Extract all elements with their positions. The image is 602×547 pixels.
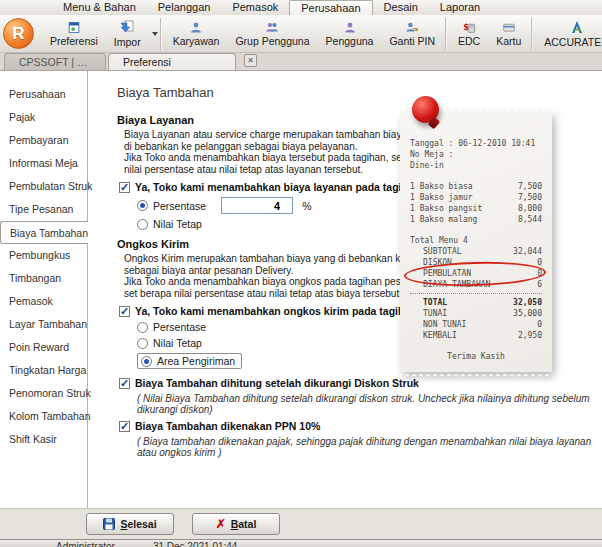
percent-input[interactable] [221, 197, 293, 214]
receipt-summary-row-biaya-tambahan: BIAYA TAMBAHAN6 [410, 279, 542, 290]
receipt-item-row: 1 Bakso biasa7,500 [410, 181, 542, 192]
menu-item-pemasok[interactable]: Pemasok [221, 0, 289, 15]
radio-label: Persentase [153, 321, 206, 333]
radio-persentase-layanan[interactable] [137, 200, 148, 211]
radio-label: Persentase [153, 200, 206, 212]
sidebar-item-shift-kasir[interactable]: Shift Kasir [0, 428, 87, 451]
page-title: Biaya Tambahan [117, 85, 602, 100]
receipt-paper: Tanggal : 06-12-2010 10:41 No Meja : Din… [400, 112, 552, 372]
sidebar-item-poin-reward[interactable]: Poin Reward [0, 336, 87, 359]
receipt-item-row: 1 Bakso pangsit8,000 [410, 203, 542, 214]
checkbox-label: Biaya Tambahan dihitung setelah dikurang… [135, 377, 419, 389]
radio-persentase-ongkos[interactable] [137, 322, 148, 333]
receipt-summary: Total Menu 4 SUBTOTAL32,044 DISKON0 PEMB… [410, 235, 542, 290]
selesai-button[interactable]: Selesai [86, 513, 174, 535]
karyawan-button[interactable]: Karyawan [165, 18, 228, 50]
receipt-table-line: No Meja : [410, 149, 542, 160]
receipt-preview: Tanggal : 06-12-2010 10:41 No Meja : Din… [400, 108, 552, 376]
status-user: Administrator [56, 540, 115, 547]
toolbar-button-label: Grup Pengguna [235, 35, 309, 47]
edc-button[interactable]: $ EDC [450, 18, 488, 50]
checkbox-note: ( Biaya tambahan dikenakan pajak, sehing… [137, 436, 602, 458]
dropdown-arrow-icon[interactable] [152, 32, 158, 36]
checkbox-diskon-struk[interactable] [119, 378, 130, 389]
receipt-total-row: TOTAL32,050 [410, 297, 542, 308]
close-icon[interactable] [244, 54, 257, 67]
checkbox-ppn[interactable] [119, 421, 130, 432]
app-logo: R [3, 18, 34, 49]
app-window: Menu & Bahan Pelanggan Pemasok Perusahaa… [0, 0, 602, 547]
grup-pengguna-button[interactable]: Grup Pengguna [227, 18, 317, 50]
tab-cpssoft-kemudahan[interactable]: CPSSOFT | Kemudahan ... [4, 53, 106, 70]
sidebar-item-penomoran-struk[interactable]: Penomoran Struk [0, 382, 87, 405]
receipt-date-line: Tanggal : 06-12-2010 10:41 [410, 138, 542, 149]
sidebar-item-layar-tambahan[interactable]: Layar Tambahan [0, 313, 87, 336]
sidebar-item-pembayaran[interactable]: Pembayaran [0, 129, 87, 152]
sidebar-item-timbangan[interactable]: Timbangan [0, 267, 87, 290]
import-icon [119, 19, 135, 35]
radio-nilai-tetap-ongkos[interactable] [137, 338, 148, 349]
pushpin-icon [412, 96, 439, 123]
pengguna-button[interactable]: Pengguna [318, 18, 382, 50]
tab-preferensi[interactable]: Preferensi [108, 53, 236, 70]
accurate-icon [569, 19, 585, 35]
status-bar: Administrator 31 Dec 2021 01:44 [0, 539, 602, 547]
receipt-summary-row: DISKON0 [410, 257, 542, 268]
toolbar-button-label: Impor [114, 36, 141, 48]
card-icon [501, 21, 517, 34]
receipt-total-row: TUNAI35,000 [410, 308, 542, 319]
accurate-button[interactable]: ACCURATE 4 [536, 16, 602, 51]
checkbox-ongkos-kirim[interactable] [119, 306, 130, 317]
receipt-item-row: 1 Bakso jamur7,500 [410, 192, 542, 203]
sidebar-item-kolom-tambahan[interactable]: Kolom Tambahan [0, 405, 87, 428]
menu-item-pelanggan[interactable]: Pelanggan [147, 0, 222, 15]
menu-bar: Menu & Bahan Pelanggan Pemasok Perusahaa… [0, 0, 602, 15]
receipt-divider [410, 293, 542, 294]
menu-item-desain[interactable]: Desain [373, 0, 429, 15]
sidebar-item-biaya-tambahan[interactable]: Biaya Tambahan [0, 221, 89, 244]
toolbar-group-users: Karyawan Grup Pengguna Pengguna Ganti PI… [163, 18, 446, 50]
radio-area-pengiriman-focus[interactable]: Area Pengiriman [137, 353, 242, 369]
toolbar-button-label: Karyawan [173, 35, 220, 47]
preferensi-button[interactable]: Preferensi [42, 18, 106, 50]
menu-item-laporan[interactable]: Laporan [429, 0, 491, 15]
impor-button[interactable]: Impor [106, 16, 149, 51]
receipt-total-row: NON TUNAI0 [410, 319, 542, 330]
save-icon [103, 518, 115, 530]
sidebar-item-perusahaan[interactable]: Perusahaan [0, 83, 87, 106]
menu-item-perusahaan[interactable]: Perusahaan [289, 0, 372, 15]
receipt-summary-row: SUBTOTAL32,044 [410, 246, 542, 257]
sidebar-item-informasi-meja[interactable]: Informasi Meja [0, 152, 87, 175]
checkbox-note: ( Nilai Biaya Tambahan dihitung setelah … [137, 393, 602, 415]
sidebar-item-tipe-pesanan[interactable]: Tipe Pesanan [0, 198, 87, 221]
receipt-total-menu: Total Menu 4 [410, 235, 542, 246]
tab-bar: CPSSOFT | Kemudahan ... Preferensi [0, 53, 602, 71]
sidebar-item-tingkatan-harga[interactable]: Tingkatan Harga [0, 359, 87, 382]
sidebar-item-pemasok[interactable]: Pemasok [0, 290, 87, 313]
menu-item-menu-bahan[interactable]: Menu & Bahan [52, 0, 147, 15]
radio-label: Nilai Tetap [153, 218, 202, 230]
batal-button[interactable]: ✗ Batal [192, 513, 280, 535]
checkbox-biaya-layanan[interactable] [119, 182, 130, 193]
ganti-pin-button[interactable]: Ganti PIN [381, 18, 443, 50]
receipt-torn-edge-bottom [400, 371, 552, 376]
button-strip: Selesai ✗ Batal [0, 508, 602, 539]
sidebar-item-pembulatan-struk[interactable]: Pembulatan Struk [0, 175, 87, 198]
radio-nilai-tetap-layanan[interactable] [137, 219, 148, 230]
sidebar: Perusahaan Pajak Pembayaran Informasi Me… [0, 71, 88, 508]
content-panel: Perusahaan Pajak Pembayaran Informasi Me… [0, 71, 602, 508]
user-group-icon [264, 21, 280, 34]
toolbar-button-label: EDC [458, 35, 480, 47]
receipt-summary-row: PEMBULATAN0 [410, 268, 542, 279]
kartu-button[interactable]: Kartu [488, 18, 529, 50]
preferences-window-icon [66, 21, 82, 34]
sidebar-item-pajak[interactable]: Pajak [0, 106, 87, 129]
sidebar-item-pembungkus[interactable]: Pembungkus [0, 244, 87, 267]
radio-label: Area Pengiriman [157, 355, 235, 367]
checkbox-label: Ya, Toko kami menambahkan biaya layanan … [135, 181, 420, 193]
toolbar-group-payment: $ EDC Kartu [448, 18, 532, 50]
checkbox-label: Biaya Tambahan dikenakan PPN 10% [135, 420, 320, 432]
radio-area-pengiriman[interactable] [141, 356, 152, 367]
cancel-x-icon: ✗ [216, 518, 226, 530]
toolbar-group-preferences: Preferensi Impor [40, 18, 161, 50]
